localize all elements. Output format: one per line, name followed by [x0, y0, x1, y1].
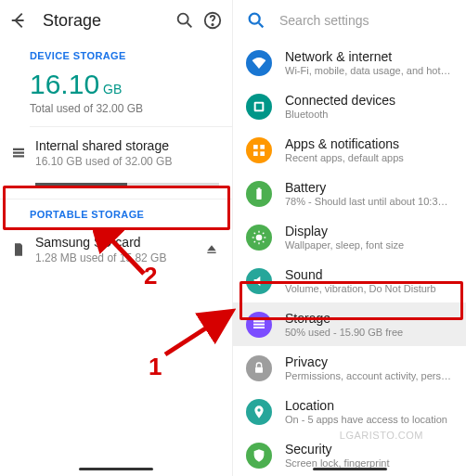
- svg-rect-26: [253, 323, 265, 325]
- watermark: LGARISTO.COM: [340, 430, 423, 441]
- storage-screen: Storage DEVICE STORAGE 16.10GB Total use…: [0, 0, 233, 476]
- settings-item-title: Display: [285, 224, 453, 238]
- svg-rect-4: [13, 152, 24, 154]
- svg-point-7: [250, 14, 260, 24]
- settings-item-battery[interactable]: Battery78% - Should last until about 10:…: [233, 172, 466, 215]
- svg-rect-25: [253, 320, 265, 322]
- nav-gesture-hint: [313, 468, 387, 470]
- svg-line-24: [263, 232, 264, 233]
- used-unit: GB: [103, 82, 122, 96]
- svg-rect-15: [258, 187, 261, 189]
- settings-item-title: Location: [285, 398, 453, 413]
- used-value: 16.10: [30, 69, 99, 100]
- settings-screen: Search settings Network & internetWi-Fi,…: [233, 0, 466, 476]
- device-storage-label: DEVICE STORAGE: [0, 41, 232, 67]
- settings-item-sub: Permissions, account activity, personal …: [285, 370, 453, 381]
- connected-icon: [246, 94, 272, 120]
- svg-point-16: [256, 234, 263, 240]
- settings-item-sub: Volume, vibration, Do Not Disturb: [285, 283, 453, 294]
- sd-card-icon: [9, 242, 28, 257]
- settings-item-sub: Bluetooth: [285, 109, 453, 120]
- internal-title: Internal shared storage: [35, 138, 219, 153]
- svg-rect-9: [256, 103, 263, 109]
- svg-point-29: [257, 408, 260, 411]
- privacy-icon: [246, 355, 272, 381]
- svg-rect-14: [256, 188, 261, 199]
- settings-item-connected[interactable]: Connected devicesBluetooth: [233, 84, 466, 128]
- svg-rect-11: [260, 145, 265, 149]
- svg-rect-28: [255, 367, 263, 372]
- used-subtitle: Total used of 32.00 GB: [0, 100, 232, 126]
- internal-sub: 16.10 GB used of 32.00 GB: [35, 155, 219, 168]
- security-icon: [246, 443, 272, 469]
- settings-item-title: Storage: [285, 311, 453, 326]
- storage-used-total: 16.10GB: [0, 67, 232, 100]
- settings-item-title: Connected devices: [285, 93, 453, 108]
- storage-icon: [9, 145, 28, 161]
- svg-line-23: [254, 241, 255, 242]
- svg-rect-10: [253, 145, 258, 149]
- svg-rect-12: [253, 151, 258, 156]
- svg-line-22: [263, 241, 264, 242]
- settings-item-title: Network & internet: [285, 49, 453, 64]
- sd-card-row[interactable]: Samsung SD card 1.28 MB used of 15.82 GB: [0, 225, 232, 274]
- settings-item-sub: Recent apps, default apps: [285, 152, 453, 163]
- settings-item-title: Sound: [285, 267, 453, 282]
- svg-rect-27: [253, 327, 265, 328]
- apps-icon: [246, 137, 272, 163]
- search-icon: [246, 10, 266, 31]
- settings-item-title: Privacy: [285, 354, 453, 369]
- svg-point-0: [178, 14, 188, 24]
- svg-rect-13: [260, 151, 265, 156]
- internal-usage-bar: [35, 183, 219, 186]
- settings-item-sub: On - 5 apps have access to location: [285, 414, 453, 425]
- settings-item-title: Battery: [285, 180, 453, 195]
- svg-rect-5: [13, 155, 24, 157]
- svg-rect-3: [13, 148, 24, 150]
- network-icon: [246, 50, 272, 76]
- settings-item-display[interactable]: DisplayWallpaper, sleep, font size: [233, 215, 466, 259]
- settings-item-location[interactable]: LocationOn - 5 apps have access to locat…: [233, 390, 466, 433]
- svg-point-2: [212, 24, 213, 25]
- settings-item-privacy[interactable]: PrivacyPermissions, account activity, pe…: [233, 346, 466, 390]
- display-icon: [246, 225, 272, 251]
- settings-item-sub: 78% - Should last until about 10:30 PM: [285, 196, 453, 207]
- search-icon[interactable]: [175, 10, 195, 31]
- help-icon[interactable]: [202, 10, 223, 31]
- settings-item-sub: Wi-Fi, mobile, data usage, and hotspot: [285, 65, 453, 76]
- sound-icon: [246, 268, 272, 294]
- settings-list: Network & internetWi-Fi, mobile, data us…: [233, 41, 466, 476]
- search-placeholder: Search settings: [279, 13, 369, 28]
- storage-icon: [246, 312, 272, 338]
- settings-item-sound[interactable]: SoundVolume, vibration, Do Not Disturb: [233, 259, 466, 302]
- internal-storage-row[interactable]: Internal shared storage 16.10 GB used of…: [0, 127, 232, 177]
- eject-icon[interactable]: [204, 242, 219, 257]
- nav-gesture-hint: [79, 468, 153, 470]
- settings-item-storage[interactable]: Storage50% used - 15.90 GB free: [233, 302, 466, 346]
- storage-app-bar: Storage: [0, 0, 232, 41]
- battery-icon: [246, 181, 272, 207]
- settings-item-title: Security: [285, 442, 453, 457]
- storage-title: Storage: [43, 11, 101, 31]
- settings-item-title: Apps & notifications: [285, 136, 453, 151]
- sd-title: Samsung SD card: [35, 235, 204, 250]
- settings-search-bar[interactable]: Search settings: [233, 0, 466, 41]
- svg-line-21: [254, 232, 255, 233]
- sd-sub: 1.28 MB used of 15.82 GB: [35, 251, 204, 264]
- settings-item-sub: 50% used - 15.90 GB free: [285, 327, 453, 338]
- settings-item-apps[interactable]: Apps & notificationsRecent apps, default…: [233, 128, 466, 172]
- portable-storage-label: PORTABLE STORAGE: [0, 199, 232, 225]
- svg-rect-6: [207, 252, 215, 253]
- location-icon: [246, 399, 272, 425]
- settings-item-sub: Wallpaper, sleep, font size: [285, 239, 453, 251]
- settings-item-network[interactable]: Network & internetWi-Fi, mobile, data us…: [233, 41, 466, 84]
- back-icon[interactable]: [9, 10, 30, 31]
